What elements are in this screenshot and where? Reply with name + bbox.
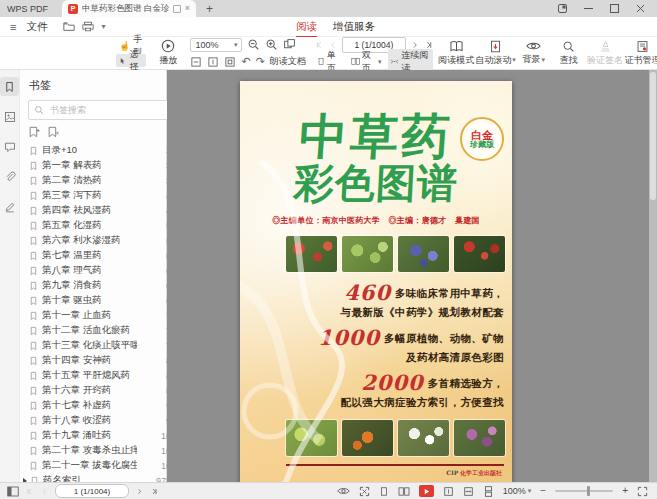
bookmark-item[interactable]: 第九章 消食药 6 (20, 278, 183, 293)
read-mode-button[interactable]: 阅读模式 (442, 40, 471, 67)
zoom-out-button[interactable]: − (540, 486, 546, 496)
bookmark-item[interactable]: 第十四章 安神药 8 (20, 353, 183, 368)
status-zoom-select[interactable]: 100%▾ (503, 486, 532, 496)
fullscreen-icon[interactable] (637, 486, 648, 497)
bookmark-item[interactable]: 第二十一章 拔毒化腐生肌药 10 (20, 458, 183, 473)
prev-page-icon[interactable] (329, 40, 337, 50)
file-menu[interactable]: 文件 (26, 20, 47, 34)
bookmark-label: 第三章 泻下药 (42, 189, 102, 202)
rail-comments-button[interactable] (0, 137, 19, 156)
bookmark-item[interactable]: 药名索引 978 (20, 473, 183, 482)
bookmark-icon (29, 386, 38, 396)
bookmark-item[interactable]: 第五章 化湿药 5 (20, 218, 183, 233)
search-icon (562, 40, 575, 53)
zoom-in-icon[interactable] (265, 38, 278, 51)
undo-icon[interactable]: ↶ (241, 56, 250, 67)
slideshow-play-button[interactable] (419, 485, 434, 497)
rail-thumbnails-button[interactable] (0, 107, 19, 126)
prev-page-icon[interactable] (41, 487, 48, 496)
fit-visible-icon[interactable] (224, 56, 236, 68)
bookmark-item[interactable]: 第十七章 补虚药 9 (20, 398, 183, 413)
close-icon[interactable] (636, 4, 645, 13)
bookmark-item[interactable]: 第十章 驱虫药 6 (20, 293, 183, 308)
fit-page-icon[interactable] (190, 56, 202, 68)
bookmark-item[interactable]: 第十三章 化痰止咳平喘药 7 (20, 338, 183, 353)
main-menu-icon[interactable]: ≡ (10, 21, 16, 33)
zoom-in-button[interactable]: + (622, 486, 628, 496)
fit-window-icon[interactable] (359, 486, 370, 497)
double-page-icon[interactable] (398, 486, 410, 497)
zoom-slider[interactable] (555, 490, 613, 492)
app-menu-button[interactable]: WPS PDF (7, 4, 48, 14)
bookmark-item[interactable]: 第十一章 止血药 7 (20, 308, 183, 323)
play-slideshow-button[interactable]: 播放 (155, 39, 181, 67)
select-tool-button[interactable]: 选择 (116, 54, 146, 67)
bookmark-item[interactable]: 第二十章 攻毒杀虫止痒药 10 (20, 443, 183, 458)
locate-bookmark-icon[interactable] (47, 126, 60, 138)
bookmark-item[interactable]: 第十九章 涌吐药 10 (20, 428, 183, 443)
fit-width-icon[interactable] (207, 56, 219, 68)
first-page-icon[interactable] (315, 40, 324, 50)
continuous-view-icon[interactable] (483, 486, 494, 497)
bookmark-icon (29, 146, 38, 156)
document-tab[interactable]: P 中草药彩色图谱 白金珍藏版 × (62, 0, 196, 17)
read-aloud-button[interactable]: 朗读文档 (270, 55, 306, 68)
bookmark-item[interactable]: 第七章 温里药 6 (20, 248, 183, 263)
new-tab-button[interactable]: + (206, 2, 213, 16)
add-bookmark-icon[interactable] (28, 126, 41, 138)
double-page-icon (351, 56, 360, 67)
fit-width-icon[interactable] (463, 486, 474, 497)
background-button[interactable]: 背景▾ (521, 40, 547, 66)
bookmark-item[interactable]: 第二章 清热药 3 (20, 173, 183, 188)
fit-page-icon[interactable] (443, 486, 454, 497)
first-page-icon[interactable] (26, 487, 34, 496)
zoom-slider-thumb[interactable] (587, 486, 590, 496)
single-page-icon[interactable] (379, 486, 389, 497)
document-scrollbar[interactable] (649, 70, 657, 482)
workspace-icon[interactable] (558, 4, 567, 13)
bookmark-label: 第十章 驱虫药 (42, 294, 102, 307)
redo-icon[interactable]: ↷ (256, 56, 265, 67)
zoom-select[interactable]: 100%▾ (190, 38, 242, 52)
eye-icon[interactable] (337, 486, 350, 496)
bookmark-icon (29, 206, 38, 216)
bookmark-item[interactable]: 第十八章 收涩药 9 (20, 413, 183, 428)
bookmark-label: 第二章 清热药 (42, 174, 102, 187)
rail-signature-button[interactable] (0, 197, 19, 216)
last-page-icon[interactable] (150, 487, 158, 496)
auto-scroll-button[interactable]: 自动滚动▾ (480, 40, 512, 67)
quick-actions-chevron-icon[interactable]: ▾ (101, 22, 105, 31)
tab-close-icon[interactable]: × (185, 4, 190, 13)
find-button[interactable]: 查找 (556, 40, 582, 67)
maximize-icon[interactable] (610, 4, 619, 13)
bookmark-item[interactable]: 第十六章 开窍药 8 (20, 383, 183, 398)
bookmark-item[interactable]: 第四章 祛风湿药 4 (20, 203, 183, 218)
bookmark-item[interactable]: 第一章 解表药 3 (20, 158, 183, 173)
bookmark-item[interactable]: 第十五章 平肝熄风药 8 (20, 368, 183, 383)
tab-preview-icon[interactable] (173, 5, 181, 13)
bookmark-item[interactable]: 目录+10 3 (20, 143, 183, 158)
minimize-icon[interactable] (584, 4, 593, 13)
next-page-icon[interactable] (136, 487, 143, 496)
tab-services[interactable]: 增值服务 (333, 20, 375, 34)
snapshot-icon[interactable] (283, 38, 296, 51)
cover-photo-strip-top (286, 236, 505, 272)
tab-read[interactable]: 阅读 (296, 20, 317, 34)
open-folder-icon[interactable] (63, 18, 75, 36)
bookmark-search-input[interactable] (48, 104, 169, 116)
bookmark-item[interactable]: 第六章 利水渗湿药 5 (20, 233, 183, 248)
rail-bookmarks-button[interactable] (0, 77, 19, 96)
bookmark-item[interactable]: 第八章 理气药 6 (20, 263, 183, 278)
print-icon[interactable] (82, 18, 94, 36)
zoom-out-icon[interactable] (247, 38, 260, 51)
status-page-input[interactable] (55, 484, 129, 498)
sidebar-toggle-icon[interactable] (7, 486, 19, 497)
cert-manage-button[interactable]: 证书管理 (628, 40, 657, 67)
rail-attachments-button[interactable] (0, 167, 19, 186)
bookmark-label: 第五章 化湿药 (42, 219, 102, 232)
scrollbar-thumb[interactable] (650, 72, 656, 200)
bookmark-item[interactable]: 第十二章 活血化瘀药 7 (20, 323, 183, 338)
cover-photo-orange-lily (342, 420, 393, 456)
bookmark-item[interactable]: 第三章 泻下药 4 (20, 188, 183, 203)
pdf-page-cover[interactable]: 白金 珍藏版 中草药 彩色图谱 ◎主编单位：南京中医药大学 ◎主编：唐德才 巢建… (240, 81, 512, 482)
